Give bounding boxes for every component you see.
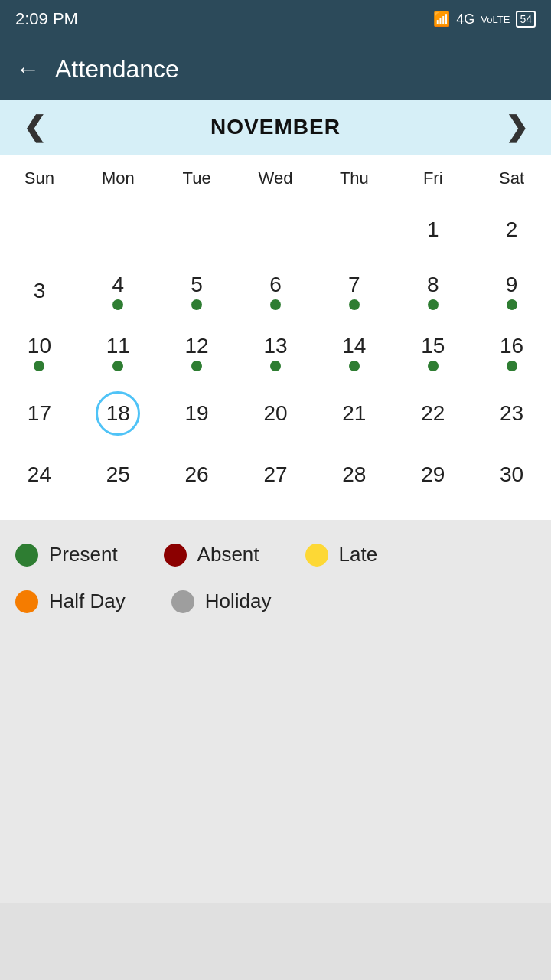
date-number: 23 [500,400,523,426]
status-icons: 📶 4G VoLTE 54 [433,11,536,28]
today-date: 18 [96,391,140,436]
calendar-cell[interactable]: 26 [158,443,236,505]
calendar-cell[interactable]: 22 [393,382,472,443]
attendance-dot [191,361,202,371]
calendar-cell[interactable]: 8 [393,260,472,321]
holiday-label: Holiday [205,590,272,613]
month-title: NOVEMBER [210,115,341,139]
month-header: ❮ NOVEMBER ❯ [0,100,551,155]
date-number: 19 [185,400,209,426]
calendar-cell[interactable]: 12 [158,321,236,382]
legend-row-2: Half Day Holiday [15,590,536,613]
network-label: 4G [456,11,474,28]
calendar-cell[interactable]: 9 [472,260,551,321]
calendar-cell[interactable]: 29 [393,443,472,505]
volte-label: VoLTE [481,14,510,25]
calendar-cell [79,198,158,260]
status-bar: 2:09 PM 📶 4G VoLTE 54 [0,0,551,38]
late-dot [305,544,328,567]
day-header-tue: Tue [158,162,236,194]
calendar-cell[interactable]: 18 [79,382,158,443]
day-header-wed: Wed [236,162,315,194]
date-number: 12 [185,333,209,359]
day-header-mon: Mon [79,162,158,194]
calendar-cell[interactable]: 2 [472,198,551,260]
date-number: 25 [106,462,130,488]
calendar-cell[interactable]: 11 [79,321,158,382]
date-number: 13 [263,333,287,359]
date-number: 17 [28,400,51,426]
status-time: 2:09 PM [15,9,78,29]
day-header-sat: Sat [472,162,551,194]
battery-icon: 54 [516,11,536,28]
calendar-cell[interactable]: 7 [315,260,393,321]
calendar-cell[interactable]: 30 [472,443,551,505]
calendar-cell[interactable]: 24 [0,443,79,505]
legend-late: Late [305,543,378,567]
signal-icon: 📶 [433,11,450,28]
calendar-cell [315,198,393,260]
legend-halfday: Half Day [15,590,126,613]
calendar-cell[interactable]: 20 [236,382,315,443]
attendance-dot [270,361,281,371]
attendance-dot [349,299,360,310]
calendar-cell [0,198,79,260]
present-label: Present [49,543,118,567]
calendar-cell[interactable]: 28 [315,443,393,505]
holiday-dot [171,590,194,613]
calendar-cell[interactable]: 5 [158,260,236,321]
attendance-dot [270,299,281,310]
date-number: 14 [342,333,366,359]
legend-absent: Absent [164,543,259,567]
back-button[interactable]: ← [15,55,40,83]
legend-present: Present [15,543,118,567]
calendar-cell[interactable]: 10 [0,321,79,382]
legend-row-1: Present Absent Late [15,543,536,567]
calendar-cell[interactable]: 23 [472,382,551,443]
date-number: 3 [34,278,46,304]
date-number: 29 [421,462,445,488]
attendance-dot [34,361,44,371]
calendar-cell[interactable]: 4 [79,260,158,321]
absent-label: Absent [197,543,259,567]
attendance-dot [191,299,202,310]
calendar-cell[interactable]: 25 [79,443,158,505]
attendance-dot [507,361,517,371]
attendance-dot [112,361,123,371]
calendar-cell[interactable]: 27 [236,443,315,505]
date-number: 8 [427,272,439,298]
date-number: 20 [263,400,287,426]
calendar-cell[interactable]: 14 [315,321,393,382]
date-number: 24 [28,462,51,488]
next-month-button[interactable]: ❯ [505,113,528,141]
attendance-dot [507,299,517,310]
calendar-cell[interactable]: 6 [236,260,315,321]
date-number: 11 [106,333,130,359]
date-number: 15 [421,333,445,359]
halfday-label: Half Day [49,590,126,613]
calendar-cell[interactable]: 13 [236,321,315,382]
date-number: 7 [348,272,360,298]
date-number: 9 [506,272,518,298]
page-title: Attendance [55,55,179,83]
legend-container: Present Absent Late Half Day Holiday [0,520,551,903]
calendar-cell[interactable]: 1 [393,198,472,260]
date-number: 28 [342,462,366,488]
prev-month-button[interactable]: ❮ [23,113,46,141]
app-bar: ← Attendance [0,38,551,100]
date-number: 26 [185,462,209,488]
calendar-cell[interactable]: 21 [315,382,393,443]
calendar-cell [158,198,236,260]
day-header-fri: Fri [393,162,472,194]
date-number: 6 [269,272,282,298]
calendar-cell[interactable]: 16 [472,321,551,382]
date-number: 27 [263,462,287,488]
calendar-cell[interactable]: 3 [0,260,79,321]
attendance-dot [112,299,123,310]
calendar-cell[interactable]: 19 [158,382,236,443]
calendar-cell[interactable]: 15 [393,321,472,382]
date-number: 30 [500,462,523,488]
legend-holiday: Holiday [171,590,272,613]
calendar-cell[interactable]: 17 [0,382,79,443]
date-number: 1 [427,217,439,243]
